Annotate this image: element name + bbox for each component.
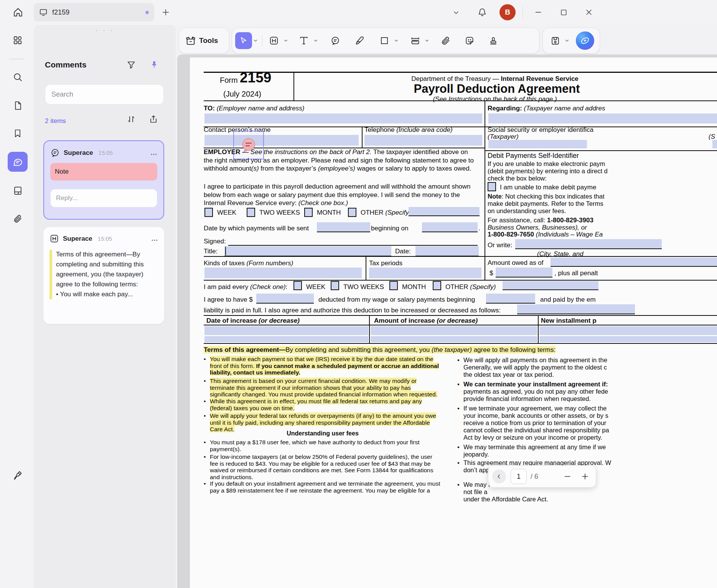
deduction-begin-field[interactable] — [486, 294, 535, 304]
measure-tool-dropdown[interactable] — [424, 32, 430, 49]
paid-other-checkbox[interactable] — [433, 281, 441, 290]
account-avatar[interactable]: B — [499, 4, 516, 20]
debit-unable-checkbox[interactable] — [488, 182, 496, 191]
save-button[interactable] — [547, 32, 564, 49]
rail-notes-button[interactable] — [8, 181, 28, 200]
increase-row2-col2-field[interactable] — [371, 336, 537, 342]
kinds-field[interactable] — [204, 268, 362, 278]
select-tool-button[interactable] — [235, 32, 252, 49]
note-content[interactable]: Note — [50, 163, 157, 181]
minimize-button[interactable] — [531, 5, 546, 19]
ai-assistant-button[interactable] — [576, 31, 594, 50]
assistance-line2: Business Owners, Businesses), or — [488, 224, 587, 232]
comment-menu-button[interactable]: ... — [151, 149, 157, 157]
attach-tool-button[interactable] — [437, 32, 454, 49]
amount-owed-date-field[interactable] — [551, 258, 717, 267]
maximize-icon — [560, 9, 567, 16]
rail-pages-button[interactable] — [8, 95, 28, 115]
export-comments-button[interactable] — [147, 112, 160, 126]
panel-drag-handle[interactable]: · · · — [34, 26, 176, 34]
deduction-amount-field[interactable] — [256, 294, 314, 304]
sort-comments-button[interactable] — [124, 112, 138, 126]
week-checkbox[interactable] — [204, 208, 213, 217]
comment-menu-button[interactable]: ... — [152, 235, 158, 243]
shape-tool-button[interactable] — [376, 32, 393, 49]
text-tool-dropdown[interactable] — [312, 32, 319, 49]
month-checkbox[interactable] — [304, 208, 313, 217]
pin-panel-button[interactable] — [147, 58, 161, 72]
rail-signature-button[interactable] — [8, 466, 28, 486]
maximize-button[interactable] — [556, 5, 571, 19]
title-field[interactable] — [224, 246, 391, 256]
select-tool-dropdown[interactable] — [252, 32, 259, 49]
sticker-tool-button[interactable] — [461, 32, 478, 49]
tools-button[interactable]: Tools — [179, 28, 229, 54]
ssn-spouse-field[interactable] — [712, 140, 717, 148]
liability-label: liability is paid in full. I also agree … — [204, 307, 501, 314]
other-specify-field[interactable] — [409, 207, 480, 216]
paid-other-specify-field[interactable] — [503, 281, 598, 290]
increase-row2-col1-field[interactable] — [204, 336, 368, 342]
increase-row1-col3-field[interactable] — [539, 326, 717, 335]
highlight-icon — [269, 36, 279, 46]
phone-field[interactable] — [364, 135, 482, 146]
date-sent-field[interactable] — [317, 222, 370, 232]
zoom-in-button[interactable] — [581, 473, 589, 480]
home-button[interactable] — [10, 4, 26, 20]
filter-comments-button[interactable] — [124, 58, 138, 72]
highlight-tool-button[interactable] — [265, 32, 282, 49]
right-bullet-3-line2: your income, bank accounts or other asse… — [463, 412, 608, 419]
beginning-on-field[interactable] — [422, 222, 478, 232]
pen-tool-button[interactable] — [351, 32, 368, 49]
reply-input[interactable]: Reply... — [50, 189, 157, 207]
phone-label: Telephone (Include area code) — [364, 126, 453, 134]
measure-tool-button[interactable] — [407, 32, 424, 49]
taxpayer-name-field[interactable] — [488, 113, 717, 123]
other-checkbox[interactable] — [348, 208, 356, 217]
window-menu-button[interactable] — [450, 6, 463, 19]
increase-row2-col3-field[interactable] — [539, 336, 717, 342]
zoom-out-button[interactable] — [564, 473, 571, 480]
two-weeks-checkbox[interactable] — [247, 208, 255, 217]
rail-comments-button[interactable] — [8, 152, 28, 172]
user-fees-title: Understanding user fees — [204, 430, 442, 437]
contact-name-field[interactable] — [204, 135, 359, 146]
ssn-field[interactable] — [488, 140, 587, 148]
amount-owed-field[interactable] — [496, 268, 552, 278]
close-button[interactable] — [582, 5, 596, 19]
employer-name-field[interactable] — [204, 113, 482, 123]
previous-page-button[interactable] — [492, 470, 506, 483]
rail-bookmarks-button[interactable] — [8, 123, 28, 143]
comment-card-highlight[interactable]: Superace 15:05 ... Terms of this agreeme… — [43, 227, 164, 324]
rail-search-button[interactable] — [8, 67, 28, 87]
rail-attachments-button[interactable] — [8, 209, 28, 228]
form-border — [485, 100, 485, 280]
signed-line[interactable] — [228, 245, 478, 246]
highlight-tool-dropdown[interactable] — [282, 32, 289, 49]
document-tab[interactable]: f2159 — [34, 3, 154, 21]
signed-date-field[interactable] — [415, 246, 479, 256]
employer-paragraph: EMPLOYER — See the instructions on the b… — [204, 148, 478, 173]
comment-tool-button[interactable] — [327, 32, 344, 49]
paid-two-weeks-checkbox[interactable] — [331, 281, 339, 290]
new-tab-button[interactable] — [159, 5, 173, 19]
page-total-label: / 6 — [531, 473, 538, 481]
rail-apps-button[interactable] — [8, 30, 28, 50]
page-number-input[interactable]: 1 — [511, 469, 527, 484]
stamp-tool-button[interactable] — [485, 32, 502, 49]
write-address-field[interactable] — [515, 239, 662, 249]
tax-periods-field[interactable] — [369, 268, 481, 278]
comment-card-note[interactable]: Superace 15:05 ... Note Reply... — [43, 140, 164, 220]
liability-field[interactable] — [517, 304, 635, 314]
save-dropdown[interactable] — [564, 32, 570, 49]
paid-month-checkbox[interactable] — [389, 281, 398, 290]
document-viewport[interactable]: Form 2159 (July 2024) Department of the … — [177, 54, 717, 588]
comments-search-input[interactable]: Search — [45, 84, 164, 105]
increase-row1-col1-field[interactable] — [204, 326, 368, 335]
notifications-button[interactable] — [475, 5, 490, 20]
shape-tool-dropdown[interactable] — [393, 32, 400, 49]
increase-row1-col2-field[interactable] — [371, 326, 537, 335]
date-sent-label: Date by which payments will be sent — [204, 225, 309, 232]
paid-week-checkbox[interactable] — [293, 281, 302, 290]
text-tool-button[interactable] — [295, 32, 312, 49]
